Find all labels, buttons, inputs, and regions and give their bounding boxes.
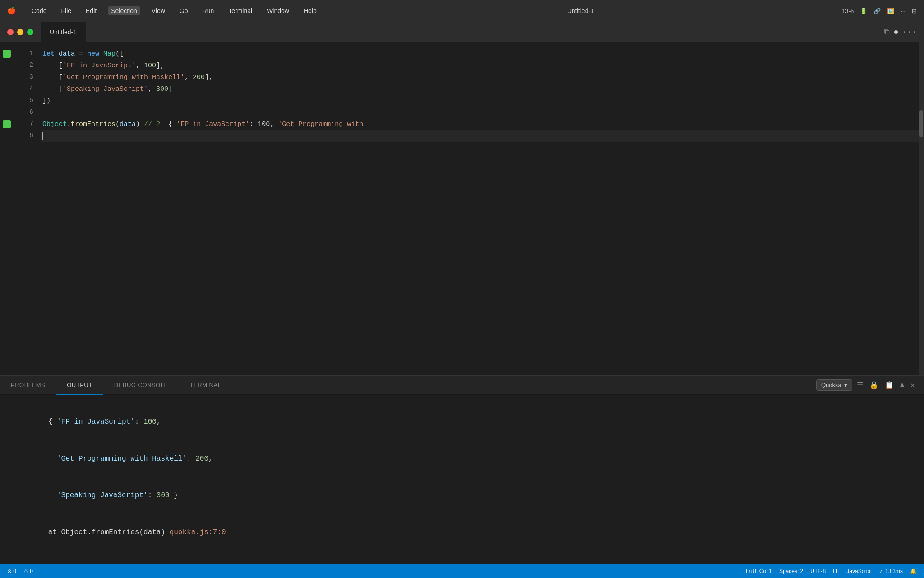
panel-tab-actions: Quokka ▾ ☰ 🔒 📋 ▲ ✕ — [809, 376, 924, 394]
menu-help[interactable]: Help — [301, 6, 319, 15]
code-comma-2: , — [136, 62, 144, 70]
panel-tab-problems[interactable]: PROBLEMS — [0, 376, 56, 395]
battery-percentage: 13% — [842, 8, 854, 14]
picture-icon: 🖼️ — [887, 8, 894, 14]
output-line-3: 'Speaking JavaScript': 300 } — [14, 477, 910, 514]
menu-code[interactable]: Code — [29, 6, 49, 15]
clear-output-icon[interactable]: ☰ — [855, 379, 865, 392]
menu-bar: 🍎 Code File Edit Selection View Go Run T… — [0, 0, 924, 22]
line-num-7: 7 — [14, 118, 33, 130]
code-str-fp: 'FP in JavaScript' — [63, 62, 136, 70]
status-errors[interactable]: ⊗ 0 — [7, 568, 16, 574]
gutter-line-3 — [0, 71, 14, 83]
code-space-7 — [140, 121, 144, 128]
link-icon: 🔗 — [873, 8, 881, 14]
control-center-icon: ⊟ — [912, 8, 917, 14]
line-num-3: 3 — [14, 71, 33, 83]
apple-icon: 🍎 — [7, 6, 16, 15]
code-paren-7a: ( — [116, 121, 120, 128]
panel-tab-debug-console[interactable]: DEBUG CONSOLE — [103, 376, 179, 395]
line-num-5: 5 — [14, 95, 33, 107]
copy-icon[interactable]: 📋 — [883, 379, 896, 392]
code-close-5: ]) — [42, 97, 51, 105]
code-bracket-4a: [ — [59, 85, 63, 93]
code-type-map: Map — [103, 50, 116, 58]
output-link[interactable]: quokka.js:7:0 — [170, 528, 226, 536]
code-comma-4: , — [148, 85, 156, 93]
code-indent-4 — [42, 85, 59, 93]
code-indent-3 — [42, 74, 59, 81]
code-bracket-3a: [ — [59, 74, 63, 81]
lock-icon[interactable]: 🔒 — [868, 379, 880, 392]
panel: PROBLEMS OUTPUT DEBUG CONSOLE TERMINAL Q… — [0, 375, 924, 564]
code-num-100: 100 — [144, 62, 156, 70]
code-indent-2 — [42, 62, 59, 70]
code-content[interactable]: let data = new Map ([ [ 'FP in JavaScrip… — [41, 42, 919, 375]
traffic-light-maximize[interactable] — [27, 29, 33, 35]
code-line-5: ]) — [41, 95, 919, 107]
gutter-line-1 — [0, 48, 14, 60]
editor-gutter — [0, 42, 14, 375]
line-num-1: 1 — [14, 48, 33, 60]
split-editor-icon[interactable]: ⧉ — [884, 28, 890, 37]
code-line-8 — [41, 130, 919, 142]
battery-icon: 🔋 — [860, 8, 867, 14]
code-line-1: let data = new Map ([ — [41, 48, 919, 60]
gutter-line-8 — [0, 130, 14, 142]
editor-tab-untitled[interactable]: Untitled-1 — [41, 22, 86, 42]
status-spaces[interactable]: Spaces: 2 — [779, 568, 803, 574]
dropdown-label: Quokka — [821, 382, 841, 388]
panel-source-dropdown[interactable]: Quokka ▾ — [816, 379, 852, 391]
line-num-2: 2 — [14, 60, 33, 71]
status-encoding[interactable]: UTF-8 — [810, 568, 826, 574]
status-warnings[interactable]: ⚠ 0 — [23, 568, 33, 574]
code-line-7: Object . fromEntries ( data ) // ? { 'FP… — [41, 118, 919, 130]
code-comment-7: // ? — [144, 121, 168, 128]
notification-bell-icon[interactable]: 🔔 — [910, 568, 917, 574]
traffic-light-close[interactable] — [7, 29, 14, 35]
output-line-2: 'Get Programming with Haskell': 200, — [14, 441, 910, 478]
menu-run[interactable]: Run — [200, 6, 217, 15]
editor-area[interactable]: 1 2 3 4 5 6 7 8 let data = new Map ([ — [0, 42, 924, 375]
code-plain-1 — [55, 50, 59, 58]
code-line-2: [ 'FP in JavaScript' , 100 ], — [41, 60, 919, 71]
code-var-data: data — [59, 50, 75, 58]
code-line-3: [ 'Get Programming with Haskell' , 200 ]… — [41, 71, 919, 83]
line-numbers: 1 2 3 4 5 6 7 8 — [14, 42, 41, 375]
code-str-speaking: 'Speaking JavaScript' — [63, 85, 148, 93]
panel-tab-output[interactable]: OUTPUT — [56, 376, 103, 395]
traffic-light-minimize[interactable] — [17, 29, 23, 35]
panel-close-icon[interactable]: ✕ — [909, 379, 917, 392]
code-num-200: 200 — [193, 74, 205, 81]
menu-view[interactable]: View — [149, 6, 168, 15]
editor-tab-bar: Untitled-1 ⧉ ··· — [0, 22, 924, 42]
status-language[interactable]: JavaScript — [846, 568, 872, 574]
code-plain-3 — [99, 50, 103, 58]
tab-actions: ⧉ ··· — [884, 22, 924, 42]
status-eol[interactable]: LF — [833, 568, 839, 574]
code-bracket-2b: ], — [156, 62, 164, 70]
menubar-right: 13% 🔋 🔗 🖼️ ··· ⊟ — [842, 8, 917, 14]
scrollbar-thumb — [919, 110, 923, 137]
more-actions-icon[interactable]: ··· — [902, 28, 917, 37]
code-keyword-let: let — [42, 50, 55, 58]
menu-window[interactable]: Window — [264, 6, 292, 15]
tab-name: Untitled-1 — [50, 28, 77, 36]
panel-tab-terminal[interactable]: TERMINAL — [179, 376, 232, 395]
code-line-6 — [41, 107, 919, 118]
gutter-line-7 — [0, 118, 14, 130]
gutter-line-6 — [0, 107, 14, 118]
menu-go[interactable]: Go — [177, 6, 191, 15]
status-timing: ✓ 1.83ms — [879, 568, 903, 574]
panel-chevron-up-icon[interactable]: ▲ — [898, 379, 906, 391]
panel-content: { 'FP in JavaScript': 100, 'Get Programm… — [0, 395, 924, 564]
gutter-line-2 — [0, 60, 14, 71]
code-result-key1: 'FP in JavaScript' — [176, 121, 249, 128]
output-line-1: { 'FP in JavaScript': 100, — [14, 404, 910, 441]
editor-scrollbar-vertical[interactable] — [919, 42, 924, 375]
menu-terminal[interactable]: Terminal — [226, 6, 255, 15]
code-brace-7a: { — [168, 121, 176, 128]
menu-edit[interactable]: Edit — [83, 6, 99, 15]
menu-file[interactable]: File — [58, 6, 74, 15]
menu-selection[interactable]: Selection — [108, 6, 140, 15]
